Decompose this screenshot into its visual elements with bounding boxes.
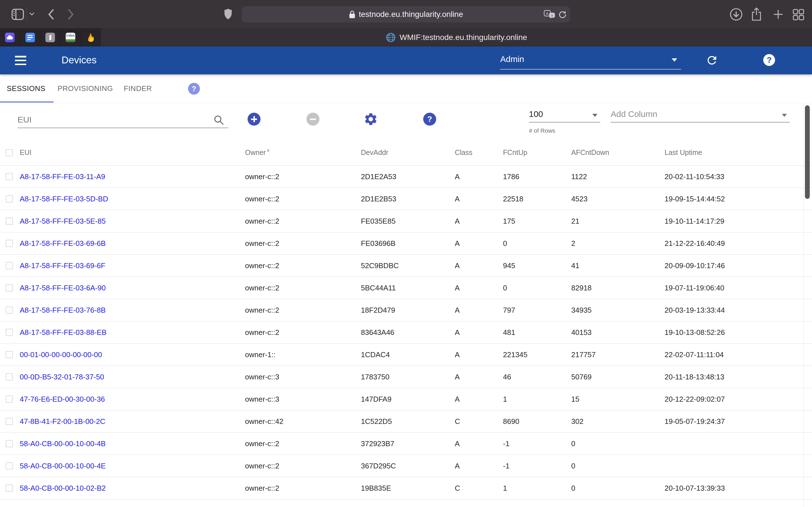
dropdown-arrow-icon [592, 114, 598, 117]
sidebar-icon[interactable] [11, 8, 24, 20]
pinned-tab-firebase[interactable] [81, 29, 101, 47]
filter-help-button[interactable]: ? [423, 113, 436, 126]
privacy-shield-icon[interactable] [224, 8, 232, 20]
eui-link[interactable]: A8-17-58-FF-FE-03-69-6B [20, 239, 106, 247]
devaddr-cell: 52C9BDBC [361, 262, 455, 270]
pinned-tab-docs[interactable] [20, 29, 41, 47]
row-checkbox[interactable] [6, 262, 13, 269]
row-checkbox[interactable] [6, 329, 13, 336]
owner-remove-superscript[interactable]: x [267, 148, 269, 153]
url-text: testnode.eu.thingularity.online [359, 10, 463, 19]
lastuptime-cell: 19-05-07-19:24:37 [665, 417, 812, 426]
chevron-down-icon[interactable] [29, 12, 35, 16]
row-checkbox[interactable] [6, 306, 13, 314]
settings-gear-button[interactable] [363, 112, 378, 126]
eui-link[interactable]: A8-17-58-FF-FE-03-6A-90 [20, 284, 106, 292]
row-checkbox[interactable] [6, 418, 13, 425]
afcntdown-cell: 217757 [571, 350, 665, 359]
owner-cell: owner-c::2 [245, 462, 361, 470]
reload-icon[interactable] [558, 10, 567, 19]
header-help-button[interactable]: ? [763, 54, 775, 66]
class-cell: A [455, 373, 503, 381]
eui-link[interactable]: A8-17-58-FF-FE-03-88-EB [20, 328, 107, 337]
eui-link[interactable]: 58-A0-CB-00-00-10-02-B2 [20, 484, 106, 492]
url-bar[interactable]: testnode.eu.thingularity.online A x [242, 6, 570, 22]
afcntdown-cell: 4523 [571, 194, 665, 203]
tab-sessions[interactable]: SESSIONS [7, 74, 45, 103]
col-header-afcntdown[interactable]: AFCntDown [571, 149, 665, 157]
class-cell: A [455, 328, 503, 337]
afcntdown-cell: 0 [571, 484, 665, 493]
tabs-help-button[interactable]: ? [188, 83, 200, 95]
eui-link[interactable]: A8-17-58-FF-FE-03-69-6F [20, 262, 105, 270]
col-header-owner[interactable]: Ownerx [245, 148, 361, 157]
eui-link[interactable]: 47-76-E6-ED-00-30-00-36 [20, 395, 105, 403]
add-filter-button[interactable] [248, 113, 260, 126]
devaddr-cell: FE035E85 [361, 217, 455, 226]
owner-cell: owner-c::2 [245, 306, 361, 315]
row-checkbox[interactable] [6, 240, 13, 247]
search-icon [213, 114, 224, 126]
row-checkbox[interactable] [6, 284, 13, 291]
row-checkbox[interactable] [6, 395, 13, 403]
download-icon[interactable] [730, 8, 743, 21]
pinned-tab-notes[interactable] [40, 29, 61, 47]
devaddr-cell: 2D1E2B53 [361, 194, 455, 203]
scrollbar-thumb[interactable] [805, 105, 810, 199]
share-icon[interactable] [751, 7, 762, 21]
forward-icon[interactable] [67, 9, 74, 20]
pinned-tab-cloud[interactable] [0, 29, 20, 47]
col-header-class[interactable]: Class [455, 149, 503, 157]
tab-overview-icon[interactable] [792, 8, 805, 21]
new-tab-icon[interactable] [773, 9, 783, 20]
row-checkbox[interactable] [6, 173, 13, 180]
translate-icon[interactable]: A x [544, 10, 555, 19]
menu-icon[interactable] [15, 56, 26, 65]
refresh-button[interactable] [705, 54, 718, 67]
tab-finder[interactable]: FINDER [124, 74, 152, 103]
eui-link[interactable]: 58-A0-CB-00-00-10-00-4B [20, 439, 106, 448]
rows-per-page-select[interactable]: 100 [529, 108, 600, 122]
scrollbar-track [803, 103, 804, 507]
eui-link[interactable]: A8-17-58-FF-FE-03-76-8B [20, 306, 106, 314]
table-header: EUI Ownerx DevAddr Class FCntUp AFCntDow… [0, 140, 812, 166]
fcntup-cell: 8690 [503, 417, 571, 426]
table-row: A8-17-58-FF-FE-03-76-8Bowner-c::218F2D47… [0, 299, 812, 321]
eui-search-input[interactable] [17, 113, 209, 126]
col-header-fcntup[interactable]: FCntUp [503, 149, 571, 157]
col-header-eui[interactable]: EUI [20, 149, 245, 157]
owner-cell: owner-c::2 [245, 262, 361, 270]
remove-filter-button[interactable] [306, 113, 319, 126]
row-checkbox[interactable] [6, 485, 13, 492]
lastuptime-cell: 19-07-11-19:06:40 [665, 284, 812, 292]
role-select[interactable]: Admin [500, 50, 681, 69]
eui-link[interactable]: A8-17-58-FF-FE-03-11-A9 [20, 172, 105, 181]
select-all-checkbox[interactable] [6, 149, 13, 156]
add-column-select[interactable]: Add Column [611, 108, 790, 122]
eui-link[interactable]: 47-8B-41-F2-00-1B-00-2C [20, 417, 105, 426]
lastuptime-cell: 20-09-09-10:17:46 [665, 262, 812, 270]
class-cell: A [455, 172, 503, 181]
eui-link[interactable]: 00-0D-B5-32-01-78-37-50 [20, 373, 104, 381]
row-checkbox[interactable] [6, 440, 13, 447]
row-checkbox[interactable] [6, 195, 13, 203]
eui-link[interactable]: A8-17-58-FF-FE-03-5D-BD [20, 194, 108, 203]
eui-link[interactable]: A8-17-58-FF-FE-03-5E-85 [20, 217, 106, 225]
table-row: 58-A0-CB-00-00-10-02-B2owner-c::219B835E… [0, 477, 812, 499]
row-checkbox[interactable] [6, 217, 13, 225]
row-checkbox[interactable] [6, 351, 13, 358]
row-checkbox[interactable] [6, 373, 13, 381]
eui-link[interactable]: 58-A0-CB-00-00-10-00-4E [20, 462, 106, 470]
col-header-devaddr[interactable]: DevAddr [361, 149, 455, 157]
pinned-tab-usda[interactable]: USDA [61, 29, 81, 47]
back-icon[interactable] [47, 9, 55, 20]
eui-link[interactable]: 00-01-00-00-00-00-00-00 [20, 350, 102, 359]
afcntdown-cell: 34935 [571, 306, 665, 315]
active-tab[interactable]: WMIF:testnode.eu.thingularity.online [101, 29, 812, 47]
col-header-lastuptime[interactable]: Last Uptime [665, 149, 812, 157]
row-checkbox[interactable] [6, 462, 13, 469]
afcntdown-cell: 40153 [571, 328, 665, 337]
tab-provisioning[interactable]: PROVISIONING [57, 74, 113, 103]
lastuptime-cell: 20-10-07-13:39:33 [665, 484, 812, 493]
class-cell: A [455, 262, 503, 270]
